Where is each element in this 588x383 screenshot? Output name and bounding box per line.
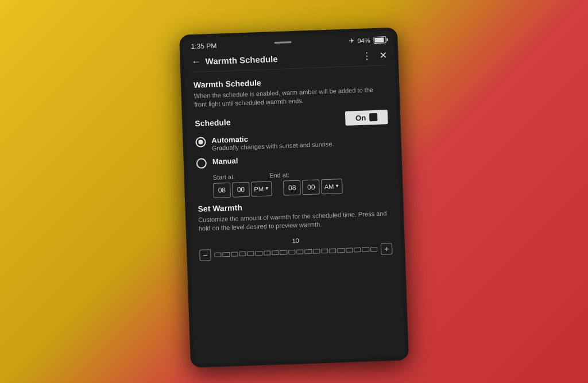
automatic-text: Automatic Gradually changes with sunset … (211, 131, 334, 151)
slider-seg-1 (214, 252, 222, 257)
schedule-row: Schedule On (195, 110, 388, 131)
nav-left: ← Warmth Schedule (191, 53, 278, 67)
slider-seg-13 (313, 249, 320, 253)
slider-seg-16 (338, 247, 345, 252)
manual-text: Manual (212, 156, 238, 166)
slider-seg-14 (321, 248, 328, 253)
start-hour-input[interactable]: 08 (213, 182, 231, 198)
start-label: Start at: (212, 173, 235, 180)
end-ampm-chevron: ▼ (335, 183, 339, 188)
start-ampm-dropdown[interactable]: PM ▼ (251, 181, 272, 196)
status-time: 1:35 PM (191, 41, 216, 51)
more-icon[interactable]: ⋮ (362, 50, 372, 61)
end-label: End at: (269, 171, 289, 179)
slider-seg-17 (346, 247, 353, 252)
manual-label: Manual (212, 156, 238, 166)
slider-seg-8 (272, 250, 279, 254)
end-time-group: 08 00 AM ▼ (283, 178, 342, 195)
end-hour-input[interactable]: 08 (283, 180, 301, 195)
start-ampm-value: PM (254, 185, 264, 192)
tablet-screen: 1:35 PM ✈ 94% ← Warmth Schedule ⋮ ✕ (183, 30, 405, 363)
status-icons: ✈ 94% (349, 36, 386, 44)
start-time-group: 08 00 PM ▼ (213, 181, 272, 198)
slider-seg-18 (354, 247, 361, 252)
slider-track[interactable] (214, 246, 377, 257)
slider-seg-12 (304, 249, 312, 253)
slider-seg-15 (329, 248, 336, 253)
back-button[interactable]: ← (191, 56, 201, 67)
nav-right: ⋮ ✕ (362, 49, 387, 61)
schedule-toggle[interactable]: On (345, 110, 388, 126)
swipe-handle (274, 41, 291, 43)
slider-seg-6 (256, 250, 263, 255)
slider-plus-button[interactable]: + (381, 242, 393, 254)
set-warmth-section: Set Warmth Customize the amount of warmt… (198, 197, 392, 260)
slider-seg-7 (264, 250, 271, 255)
slider-seg-19 (362, 247, 369, 252)
slider-seg-2 (223, 252, 230, 256)
end-ampm-dropdown[interactable]: AM ▼ (321, 178, 342, 194)
slider-minus-button[interactable]: − (199, 249, 211, 261)
battery-icon (373, 36, 386, 44)
battery-fill (374, 37, 384, 42)
battery-percent: 94% (357, 37, 370, 44)
toggle-thumb (369, 113, 377, 121)
end-minute-input[interactable]: 00 (302, 179, 320, 195)
slider-seg-3 (231, 252, 238, 256)
slider-seg-9 (280, 250, 288, 254)
slider-section: 10 − (199, 233, 392, 261)
slider-seg-20 (370, 246, 378, 251)
slider-seg-11 (296, 249, 304, 254)
close-button[interactable]: ✕ (379, 49, 387, 60)
end-ampm-value: AM (324, 183, 334, 190)
slider-seg-10 (288, 249, 296, 254)
start-ampm-chevron: ▼ (265, 185, 269, 191)
slider-seg-4 (239, 251, 246, 256)
manual-option[interactable]: Manual (196, 150, 389, 168)
slider-seg-5 (247, 251, 254, 256)
automatic-radio[interactable] (195, 137, 206, 148)
nav-title: Warmth Schedule (205, 53, 278, 65)
start-minute-input[interactable]: 00 (232, 181, 250, 197)
automatic-option[interactable]: Automatic Gradually changes with sunset … (195, 129, 389, 152)
schedule-label: Schedule (195, 118, 231, 128)
toggle-label: On (355, 113, 366, 122)
main-content: Warmth Schedule When the schedule is ena… (184, 65, 405, 364)
tablet-device: 1:35 PM ✈ 94% ← Warmth Schedule ⋮ ✕ (179, 27, 409, 367)
time-section: Start at: End at: 08 00 PM ▼ (212, 167, 390, 198)
manual-radio[interactable] (196, 158, 207, 169)
airplane-icon: ✈ (349, 37, 354, 44)
